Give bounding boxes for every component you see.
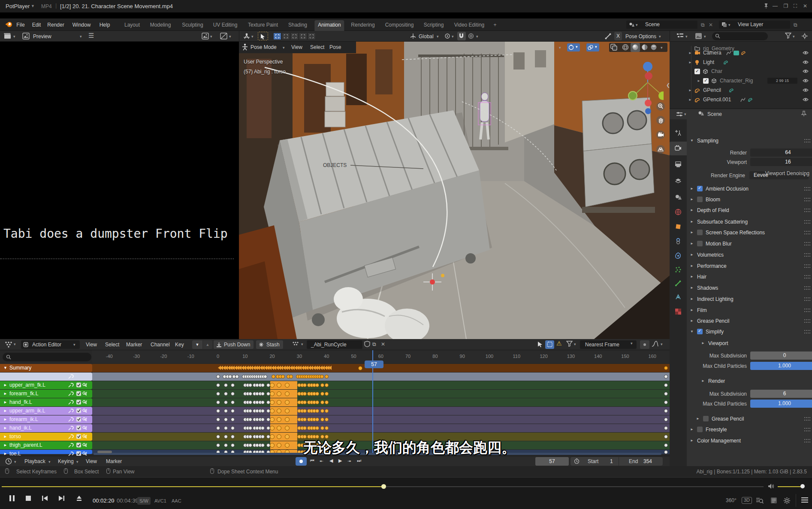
stereo3d-icon[interactable]: 3D <box>742 497 752 504</box>
keyframe[interactable] <box>664 383 668 387</box>
expand-arrow-icon[interactable]: ► <box>3 417 7 421</box>
keyframe[interactable] <box>277 400 281 405</box>
tab-rendering[interactable]: Rendering <box>347 20 378 31</box>
fake-user-icon[interactable] <box>364 341 370 347</box>
start-value[interactable]: 1 <box>610 458 613 464</box>
keyframe[interactable] <box>303 400 307 404</box>
keyframe[interactable] <box>315 426 319 430</box>
playhead-snap-icon[interactable] <box>537 341 543 347</box>
keyframe[interactable] <box>285 417 290 422</box>
vr360-icon[interactable]: 360° <box>726 497 737 503</box>
keyframe[interactable] <box>285 391 290 396</box>
minimize-icon[interactable]: — <box>772 3 779 9</box>
section-simplify[interactable]: ▼Simplify <box>687 327 812 337</box>
item-checkbox[interactable]: ✓ <box>703 78 709 84</box>
section-motion-blur[interactable]: ►Motion Blur <box>687 239 812 249</box>
scene-copy-icon[interactable]: ⧉ <box>701 22 705 28</box>
editor-type-clapper-icon[interactable] <box>4 33 12 39</box>
keyframe[interactable] <box>277 383 281 388</box>
expand-arrow-icon[interactable]: ► <box>3 451 7 456</box>
keyframe[interactable] <box>277 417 281 422</box>
shading-solid-icon[interactable] <box>631 43 640 52</box>
volume-bar[interactable] <box>778 486 803 487</box>
viewport-menu-pose[interactable]: Pose <box>329 44 341 50</box>
visibility-eye-icon[interactable] <box>803 50 809 55</box>
keyframe[interactable] <box>216 435 220 439</box>
dope-menu-key[interactable]: Key <box>175 342 184 348</box>
keyframe[interactable] <box>325 426 329 430</box>
keyframe[interactable] <box>261 383 265 387</box>
playlist-search-icon[interactable] <box>756 497 764 504</box>
seek-knob[interactable] <box>381 484 386 489</box>
keyframe[interactable] <box>277 434 281 439</box>
tab-uv-editing[interactable]: UV Editing <box>210 20 241 31</box>
play-reverse-button[interactable]: ◀ <box>329 458 333 464</box>
channel-Summary[interactable]: ▼Summary <box>0 364 92 372</box>
visibility-eye-icon[interactable] <box>803 69 809 74</box>
keyframe[interactable] <box>261 418 265 421</box>
tab-+[interactable]: + <box>490 20 500 31</box>
keyframe[interactable] <box>277 443 281 448</box>
preview-menu-icon[interactable]: ☰ <box>88 32 94 39</box>
proportional-edit-toggle[interactable] <box>640 340 649 349</box>
dope-filter-icon[interactable] <box>566 341 573 347</box>
keyframe[interactable] <box>216 383 220 387</box>
viewport-pan-icon[interactable] <box>656 115 665 125</box>
field-value[interactable]: 6 <box>750 390 812 398</box>
field-value[interactable]: 16 <box>750 158 812 166</box>
outliner-options-icon[interactable] <box>801 33 808 39</box>
properties-tab-scene[interactable] <box>670 191 687 204</box>
section-checkbox[interactable] <box>697 427 703 432</box>
keyframe[interactable] <box>261 400 265 404</box>
expand-arrow-icon[interactable]: ► <box>3 426 7 430</box>
transform-orientation[interactable]: Global <box>419 33 434 39</box>
keyframe[interactable] <box>664 366 668 370</box>
keyframe[interactable] <box>664 443 668 447</box>
next-key-button[interactable]: ⯮ <box>347 458 351 464</box>
section-film[interactable]: ►Film <box>687 306 812 315</box>
mode-dropdown[interactable]: Pose Mode <box>251 44 277 50</box>
viewport-camera-icon[interactable] <box>656 130 665 139</box>
keyframe[interactable] <box>325 418 329 421</box>
menu-window[interactable]: Window <box>72 22 91 28</box>
action-browse-icon[interactable] <box>292 341 300 348</box>
visibility-eye-icon[interactable] <box>803 78 809 83</box>
keyframe[interactable] <box>277 391 281 396</box>
keyframe[interactable] <box>261 392 265 396</box>
properties-tab-world[interactable] <box>670 205 687 219</box>
properties-tab-viewlayer[interactable] <box>670 174 687 188</box>
dopesheet-editor-icon[interactable] <box>4 341 13 348</box>
section-sampling[interactable]: ▼Sampling <box>687 136 812 146</box>
action-copy-icon[interactable]: ⧉ <box>372 341 376 347</box>
select-mode-extra[interactable] <box>308 33 316 40</box>
menu-help[interactable]: Help <box>100 22 110 28</box>
menu-file[interactable]: File <box>16 22 24 28</box>
section-checkbox[interactable] <box>697 186 703 191</box>
snap-dropdown[interactable]: Nearest Frame ▾ <box>580 340 637 349</box>
keyframe[interactable] <box>303 418 307 421</box>
overlays-toggle[interactable]: ▾ <box>586 43 599 52</box>
keyframe[interactable] <box>216 409 220 413</box>
keyframe[interactable] <box>285 400 290 405</box>
section-subsurface-scattering[interactable]: ►Subsurface Scattering <box>687 218 812 227</box>
expand-arrow-icon[interactable]: ► <box>3 400 7 404</box>
dope-menu-view[interactable]: View <box>86 342 97 348</box>
viewport-grid-icon[interactable] <box>656 145 665 154</box>
properties-tab-tool[interactable] <box>670 126 687 140</box>
keyframe[interactable] <box>303 426 307 430</box>
display-channels-icon[interactable] <box>202 33 209 39</box>
active-tool-icon[interactable] <box>243 33 251 39</box>
field-value[interactable]: 0 <box>750 351 812 360</box>
keyframe[interactable] <box>664 375 668 379</box>
visibility-eye-icon[interactable] <box>803 97 809 102</box>
dope-menu-channel[interactable]: Channel <box>151 342 170 348</box>
section-hair[interactable]: ►Hair <box>687 273 812 282</box>
section-grease-pencil[interactable]: ►Grease Pencil <box>687 317 812 326</box>
easing-icon[interactable] <box>652 341 658 347</box>
keyframe[interactable] <box>216 418 220 421</box>
channel-scrollbar[interactable] <box>97 451 112 453</box>
dope-menu-marker[interactable]: Marker <box>126 342 142 348</box>
scene-unlink-icon[interactable]: ✕ <box>709 22 713 28</box>
control-panel-icon[interactable] <box>770 497 777 504</box>
blender-logo-icon[interactable] <box>5 21 13 28</box>
